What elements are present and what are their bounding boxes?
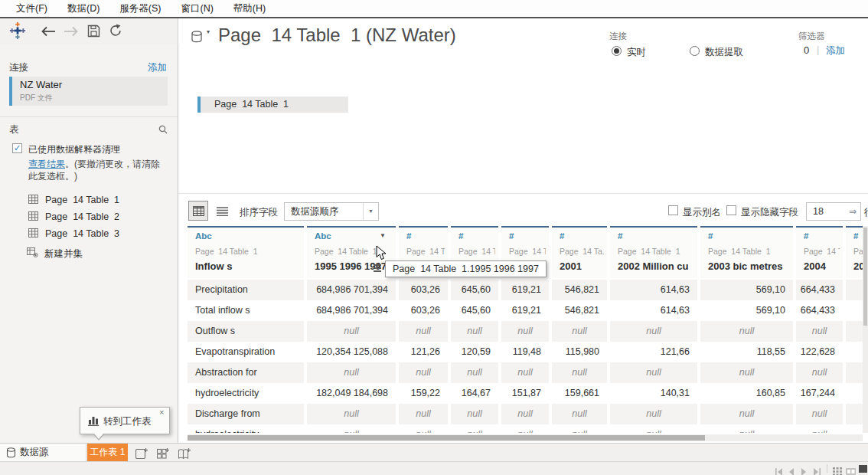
data-cell: null [700,424,793,433]
row-name-cell: Outflow s [188,321,304,342]
show-hidden-fields-label[interactable]: 显示隐藏字段 [741,206,798,219]
last-sheet-icon[interactable] [813,465,821,475]
vertical-scrollbar[interactable] [863,226,868,433]
sheet-tab[interactable]: 工作表 1 [87,444,128,461]
data-cell: null [846,321,863,342]
column-header-0[interactable]: AbcPage 14 Table 1Inflow s [188,226,304,278]
data-cell: null [610,424,697,433]
menu-item-3[interactable]: 窗口(N) [171,0,224,17]
live-radio[interactable] [612,46,622,56]
filters-add-link[interactable]: 添加 [826,44,845,57]
data-cell: null [796,321,843,342]
metadata-view-button[interactable] [213,201,231,220]
show-hidden-fields-checkbox[interactable] [726,205,736,215]
column-header-8[interactable]: #Page 14 Ta...2004 [796,226,843,278]
new-union-item[interactable]: 新建并集 [0,245,178,262]
horizontal-scrollbar-thumb[interactable] [188,435,705,441]
field-type-icon: # [509,231,546,244]
database-menu-caret-icon[interactable]: ▾ [207,28,210,35]
data-cell: 684,986 701,394 593,... [307,280,396,300]
extract-radio-label[interactable]: 数据提取 [705,46,743,59]
data-interpreter-checkbox[interactable]: ✓ [12,143,22,153]
data-cell: 569,10 [700,280,793,300]
column-menu-icon[interactable] [374,264,381,274]
data-cell: 664,433 [796,300,843,321]
data-cell: 160,85 [700,383,793,404]
forward-button[interactable] [63,26,80,40]
data-cell: null [451,424,498,433]
data-cell: null [399,362,448,383]
show-tabs-icon[interactable] [859,465,867,473]
sidebar-table-item-3[interactable]: Page 14 Table 3 [0,225,178,242]
column-caption: Page 14 Table 1 [618,247,694,257]
page-title: Page 14 Table 1 (NZ Water) [218,25,456,46]
sidebar-table-item-2[interactable]: Page 14 Table 2 [0,208,178,225]
data-cell: 118,55 [700,342,793,362]
data-cell [846,300,863,321]
data-cell: null [700,404,793,424]
new-dashboard-button[interactable] [156,446,170,460]
filters-label: 筛选器 [798,31,825,42]
data-cell: null [451,321,498,342]
next-sheet-icon[interactable] [801,465,807,475]
menu-item-1[interactable]: 数据(D) [57,0,109,17]
status-bar [0,461,868,475]
apply-rows-arrow-icon[interactable]: ⇒ [849,203,857,220]
data-cell: null [796,424,843,433]
goto-worksheet-callout[interactable]: 转到工作表 × [80,407,170,434]
menu-item-0[interactable]: 文件(F) [6,0,57,17]
grid-body: Precipitation684,986 701,394 593,...603,… [188,280,863,433]
table-row: hydroelectricity182,049 184,698 159,...1… [188,383,863,404]
extract-radio[interactable] [690,46,700,56]
menu-item-2[interactable]: 服务器(S) [109,0,171,17]
vertical-scrollbar-thumb[interactable] [863,228,867,326]
data-source-tab[interactable]: 数据源 [0,444,86,461]
canvas-table-chip[interactable]: Page 14 Table 1 [197,97,348,113]
first-sheet-icon[interactable] [775,465,783,475]
close-icon[interactable]: × [159,408,164,417]
show-aliases-label[interactable]: 显示别名 [683,206,721,219]
grid-view-button[interactable] [188,201,208,221]
column-header-5[interactable]: #Page 14 Ta...2001 [552,226,607,278]
show-aliases-checkbox[interactable] [668,205,678,215]
filters-count: 0 [804,44,809,56]
data-cell: null [501,362,549,383]
search-icon[interactable] [158,123,168,137]
table-row: Total inflow s684,986 701,394 593,...603… [188,300,863,321]
add-connection-link[interactable]: 添加 [148,61,167,74]
back-button[interactable] [40,26,57,40]
menu-item-4[interactable]: 帮助(H) [224,0,276,17]
data-cell: null [846,424,863,433]
column-name: 2001 [560,260,604,272]
column-header-9[interactable]: #Pag...20 [846,226,863,278]
data-cell: null [399,424,448,433]
save-button[interactable] [87,25,100,41]
column-header-7[interactable]: #Page 14 Table 12003 bic metres [700,226,793,278]
sort-order-select[interactable]: 数据源顺序 ▼ [284,202,379,221]
data-interpreter-label: 已使用数据解释器清理 [28,143,120,156]
data-cell: 645,60 [451,300,498,321]
sheet-sorter-icon[interactable] [833,465,842,475]
sidebar-table-item-1[interactable]: Page 14 Table 1 [0,192,178,208]
live-radio-label[interactable]: 实时 [627,46,646,59]
data-cell: null [501,424,549,433]
refresh-button[interactable] [109,24,122,41]
sort-field-label: 排序字段 [240,206,278,219]
new-worksheet-button[interactable] [135,446,148,460]
new-story-button[interactable] [178,446,191,460]
column-header-6[interactable]: #Page 14 Table 12002 Million cu [610,226,697,278]
previous-sheet-icon[interactable] [788,465,795,475]
row-count-input[interactable]: 18 ⇒ [806,202,861,221]
connections-label: 连接 [9,61,28,74]
filmstrip-icon[interactable] [846,465,856,475]
table-row: Discharge fromnullnullnullnullnullnullnu… [188,404,863,424]
column-dropdown-caret-icon[interactable]: ▼ [380,232,386,239]
data-cell: null [307,321,396,342]
connection-card[interactable]: NZ Water PDF 文件 [9,77,168,106]
review-results-link[interactable]: 查看结果 [28,159,65,169]
table-item-label: Page 14 Table 1 [45,195,119,205]
data-source-sidebar: 连接 添加 NZ Water PDF 文件 表 ✓ 已使用数据解释器清理 查看结… [0,44,178,443]
data-cell: 140,31 [610,383,697,404]
column-caption: Page 14 Ta... [509,247,546,257]
horizontal-scrollbar[interactable] [188,434,863,441]
